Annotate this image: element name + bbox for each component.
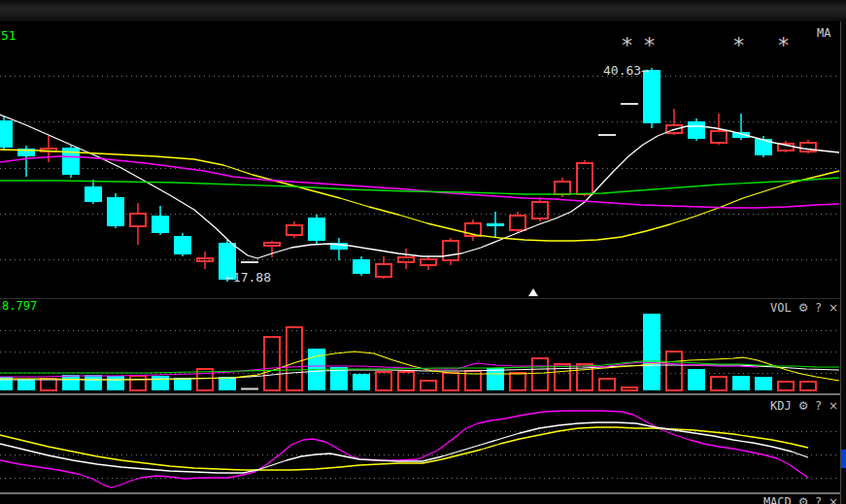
chart-canvas[interactable]: [0, 0, 846, 504]
kdj-panel-title[interactable]: KDJ: [770, 399, 792, 413]
macd-panel-title[interactable]: MACD: [763, 495, 792, 504]
macd-panel-header: MACD ⚙ ? ×: [764, 495, 838, 504]
star-marker: *: [777, 35, 790, 56]
main-ma-value-label: 51: [1, 29, 17, 42]
help-icon[interactable]: ?: [816, 399, 822, 413]
close-icon[interactable]: ×: [829, 399, 838, 413]
gear-icon[interactable]: ⚙: [798, 399, 809, 413]
gear-icon[interactable]: ⚙: [798, 301, 809, 315]
help-icon[interactable]: ?: [816, 301, 822, 315]
low-price-label: ←17.88: [225, 271, 271, 284]
right-margin: [841, 21, 846, 504]
high-price-label: 40.63→: [603, 64, 649, 77]
star-marker: *: [643, 35, 656, 56]
vol-panel-title[interactable]: VOL: [770, 301, 792, 315]
ma-legend-label: MA: [817, 27, 830, 39]
star-marker: *: [732, 35, 745, 56]
triangle-marker: [528, 288, 538, 296]
star-marker: *: [621, 35, 633, 56]
kdj-panel-header: KDJ ⚙ ? ×: [764, 399, 838, 413]
help-icon[interactable]: ?: [816, 495, 822, 504]
close-icon[interactable]: ×: [829, 301, 838, 315]
vol-panel-header: VOL ⚙ ? ×: [764, 301, 838, 315]
stock-chart-app: 51 MA 40.63→ ←17.88 8.797 VOL ⚙ ? × KDJ …: [0, 0, 846, 504]
gear-icon[interactable]: ⚙: [798, 495, 809, 504]
close-icon[interactable]: ×: [829, 495, 838, 504]
scrollbar-thumb[interactable]: [841, 450, 846, 468]
vol-value-label: 8.797: [2, 300, 37, 312]
